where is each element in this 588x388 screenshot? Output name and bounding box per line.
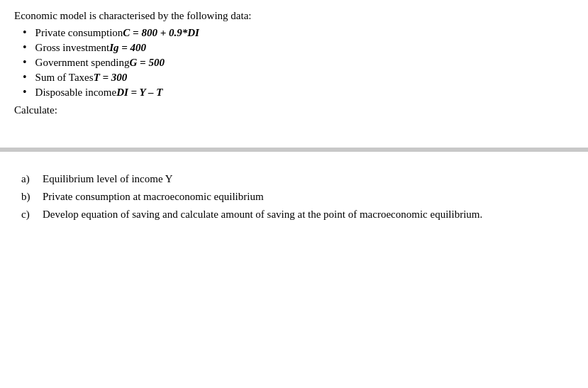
question-item-a: a) Equilibrium level of income Y [21,173,567,185]
lower-section: a) Equilibrium level of income Y b) Priv… [0,152,588,388]
bullet-label-2: Gross investment [35,42,110,54]
bullet-item-5: Disposable income DI = Y – T [14,86,574,99]
intro-text: Economic model is characterised by the f… [14,10,574,22]
bullet-formula-1: C = 800 + 0.9*DI [123,27,199,39]
bullet-formula-3: G = 500 [130,57,165,69]
bullet-item-4: Sum of Taxes T = 300 [14,71,574,84]
upper-section: Economic model is characterised by the f… [0,0,588,123]
bullet-formula-4: T = 300 [94,72,128,84]
upper-content-wrap: Economic model is characterised by the f… [0,0,588,148]
question-list: a) Equilibrium level of income Y b) Priv… [21,173,567,221]
bullet-label-3: Government spending [35,57,130,69]
question-text-b: Private consumption at macroeconomic equ… [43,191,567,203]
bullet-formula-2: Ig = 400 [109,42,146,54]
question-item-c: c) Develop equation of saving and calcul… [21,209,567,221]
bullet-formula-5: DI = Y – T [116,87,162,99]
calculate-text: Calculate: [14,104,574,116]
bullet-label-4: Sum of Taxes [35,72,94,84]
bullet-list: Private consumption C = 800 + 0.9*DI Gro… [14,26,574,99]
page-container: Economic model is characterised by the f… [0,0,588,388]
question-label-a: a) [21,173,43,185]
bullet-label-5: Disposable income [35,87,117,99]
question-text-a: Equilibrium level of income Y [43,173,567,185]
bullet-item-3: Government spending G = 500 [14,56,574,69]
question-item-b: b) Private consumption at macroeconomic … [21,191,567,203]
bullet-label-1: Private consumption [35,27,123,39]
question-label-c: c) [21,209,43,221]
bullet-item-1: Private consumption C = 800 + 0.9*DI [14,26,574,39]
question-text-c: Develop equation of saving and calculate… [43,209,567,221]
question-label-b: b) [21,191,43,203]
bullet-item-2: Gross investment Ig = 400 [14,41,574,54]
